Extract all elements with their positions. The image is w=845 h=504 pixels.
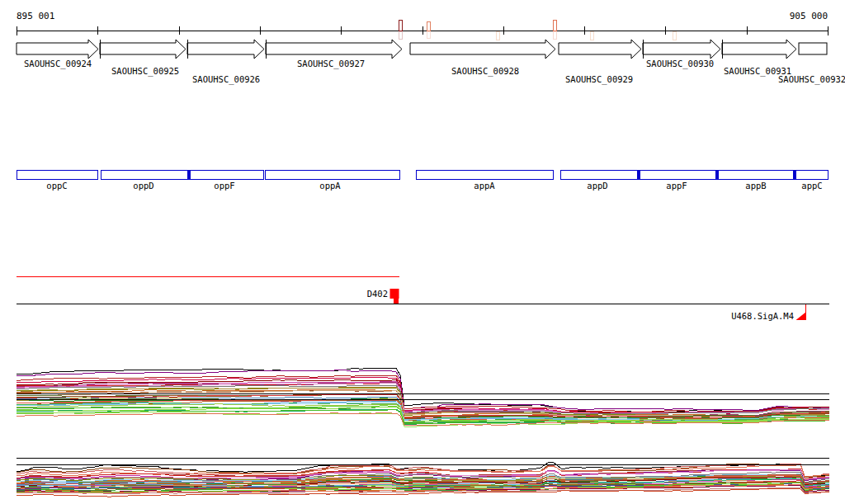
gene-label: SAOUHSC_00928 [451,66,519,77]
operon-box [101,171,190,180]
gene-label: SAOUHSC_00924 [24,59,92,69]
operon-label: appD [587,181,607,191]
flag-pole-icon [394,299,399,304]
flag-square-icon [390,289,399,299]
operon-label: oppC [46,181,67,191]
gene-label: SAOUHSC_00926 [192,74,260,85]
operon-box [417,171,554,180]
operon-label: appA [474,181,495,191]
operon-box [640,171,718,180]
gene-label: SAOUHSC_00929 [565,74,633,85]
gene-SAOUHSC_00930[interactable]: SAOUHSC_00930 [643,40,720,69]
operon-divider [793,170,796,180]
ruler-end-coordinate: 905 000 [790,11,828,21]
operon-box [561,171,640,180]
operon-label: appF [666,181,687,191]
genome-browser-canvas: 895 001905 000SAOUHSC_00924SAOUHSC_00925… [0,0,845,504]
operon-label: appC [801,181,822,191]
operon-label: oppD [133,181,153,191]
operon-label: appB [745,181,766,191]
ruler-variant-mark[interactable] [427,21,430,38]
gene-label: SAOUHSC_00930 [646,59,714,69]
operon-box [718,171,795,180]
gene-SAOUHSC_00924[interactable]: SAOUHSC_00924 [17,40,98,69]
ruler-variant-mark[interactable] [673,32,676,40]
operon-box [190,171,264,180]
operon-box [266,171,400,180]
ruler-variant-mark[interactable] [590,32,593,40]
gene-label: SAOUHSC_00927 [297,59,365,69]
marker-label: D402 [367,289,388,299]
operon-box [17,171,98,180]
gene-label: SAOUHSC_00932 [778,74,845,85]
marker-label: U468.SigA.M4 [731,311,794,321]
operon-label: oppA [319,181,341,191]
operon-divider [637,170,640,180]
operon-label: oppF [214,181,234,191]
ruler-variant-mark[interactable] [399,20,402,40]
gene-label: SAOUHSC_00925 [111,66,179,77]
ruler-variant-mark[interactable] [496,32,499,40]
ruler-start-coordinate: 895 001 [17,11,54,21]
operon-box [795,171,828,180]
operon-divider [187,170,191,180]
ruler-variant-mark[interactable] [553,20,556,40]
operon-divider [715,170,719,180]
gene-rect-shape [799,43,827,54]
genome-browser-page: 895 001905 000SAOUHSC_00924SAOUHSC_00925… [0,0,845,504]
